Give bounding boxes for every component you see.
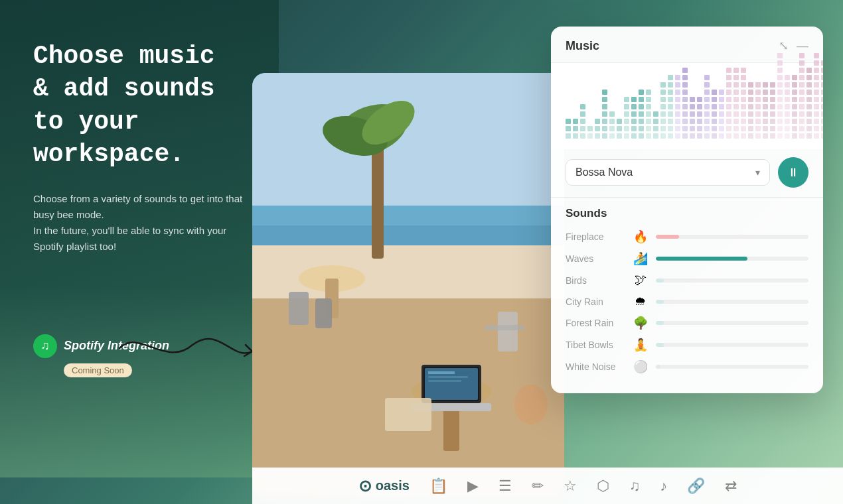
pixel-cell <box>748 97 753 102</box>
pixel-cell <box>624 119 629 124</box>
toolbar-icon-star[interactable]: ☆ <box>564 477 577 495</box>
pixel-cell <box>660 111 666 117</box>
sound-emoji: 🏄 <box>632 251 649 266</box>
pixel-cell <box>719 111 724 117</box>
pixel-cell <box>741 104 746 109</box>
pixel-cell <box>814 60 819 66</box>
pixel-cell <box>814 97 819 102</box>
pixel-cell <box>806 104 812 109</box>
sound-slider-track[interactable] <box>656 321 808 325</box>
pixel-cell <box>726 111 731 117</box>
brand-name: oasis <box>376 478 410 493</box>
sound-row: City Rain🌧 <box>566 294 808 308</box>
sound-slider-track[interactable] <box>656 300 808 304</box>
pixel-cell <box>748 119 753 124</box>
sound-slider-track[interactable] <box>656 235 808 239</box>
pixel-cell <box>755 97 761 102</box>
pixel-cell <box>617 119 622 124</box>
pixel-cell <box>763 126 768 131</box>
pixel-cell <box>748 82 753 88</box>
toolbar-icon-edit[interactable]: ✏ <box>532 477 544 495</box>
pixel-col <box>573 119 578 139</box>
pixel-cell <box>755 104 761 109</box>
pixel-cell <box>741 68 746 73</box>
pixel-cell <box>653 119 658 124</box>
pixel-cell <box>814 75 819 80</box>
pixel-cell <box>682 104 688 109</box>
toolbar-icon-play[interactable]: ▶ <box>467 477 479 495</box>
pixel-cell <box>733 133 739 139</box>
sound-name: Forest Rain <box>566 318 625 328</box>
pixel-cell <box>785 119 790 124</box>
pixel-cell <box>719 133 724 139</box>
sound-emoji: 🧘 <box>632 338 649 352</box>
pixel-cell <box>609 126 615 131</box>
pixel-col <box>690 97 695 139</box>
pixel-cell <box>639 126 644 131</box>
pixel-cell <box>719 97 724 102</box>
play-pause-button[interactable]: ⏸ <box>778 157 808 188</box>
pixel-cell <box>777 97 783 102</box>
sounds-list: Fireplace🔥Waves🏄Birds🕊City Rain🌧Forest R… <box>566 229 808 374</box>
pixel-cell <box>792 119 797 124</box>
sound-slider-track[interactable] <box>656 365 808 369</box>
pixel-cell <box>726 82 731 88</box>
toolbar-icon-copy[interactable]: 📋 <box>429 477 447 495</box>
pixel-cell <box>799 119 805 124</box>
pixel-cell <box>660 97 666 102</box>
pixel-cell <box>741 90 746 95</box>
pixel-cell <box>704 75 710 80</box>
pixel-col <box>814 53 819 139</box>
genre-dropdown[interactable]: Bossa Nova ▾ <box>566 159 770 186</box>
sound-slider-fill <box>656 257 747 261</box>
pixel-cell <box>712 126 717 131</box>
pixel-cell <box>602 133 607 139</box>
sound-row: Fireplace🔥 <box>566 229 808 244</box>
pixel-cell <box>785 104 790 109</box>
pixel-cell <box>675 82 680 88</box>
pixel-cell <box>646 126 651 131</box>
pixel-cell <box>595 133 600 139</box>
pixel-cell <box>770 133 775 139</box>
sound-name: Fireplace <box>566 231 625 242</box>
pixel-cell <box>755 82 761 88</box>
pixel-cell <box>799 97 805 102</box>
pixel-cell <box>566 119 571 124</box>
pixel-cell <box>690 97 695 102</box>
sound-slider-track[interactable] <box>656 343 808 347</box>
toolbar-icon-music[interactable]: ♫ <box>629 477 641 495</box>
pixel-cell <box>821 111 823 117</box>
toolbar-icon-link[interactable]: 🔗 <box>687 477 705 495</box>
collapse-button[interactable]: ⤡ <box>779 38 789 53</box>
pixel-cell <box>573 126 578 131</box>
pixel-cell <box>668 82 673 88</box>
pixel-cell <box>595 119 600 124</box>
pixel-cell <box>617 126 622 131</box>
pixel-cell <box>602 119 607 124</box>
toolbar-icon-shuffle[interactable]: ⇄ <box>725 477 737 495</box>
pixel-cell <box>763 111 768 117</box>
pixel-cell <box>690 126 695 131</box>
pixel-cell <box>704 126 710 131</box>
pixel-col <box>697 97 702 139</box>
sound-row: Waves🏄 <box>566 251 808 266</box>
spotify-icon: ♫ <box>33 334 57 358</box>
minimize-button[interactable]: — <box>797 39 808 53</box>
sound-slider-track[interactable] <box>656 279 808 283</box>
svg-rect-14 <box>315 298 332 328</box>
pixel-cell <box>697 126 702 131</box>
toolbar-icon-spotify[interactable]: ♪ <box>660 477 667 495</box>
sounds-section: Sounds Fireplace🔥Waves🏄Birds🕊City Rain🌧F… <box>551 198 823 393</box>
pixel-col <box>668 75 673 139</box>
pixel-cell <box>668 104 673 109</box>
pixel-cell <box>675 126 680 131</box>
pixel-col <box>785 75 790 139</box>
toolbar-icon-menu[interactable]: ☰ <box>498 477 512 495</box>
pixel-cell <box>814 82 819 88</box>
toolbar-icon-layers[interactable]: ⬡ <box>597 477 609 495</box>
pixel-cell <box>741 82 746 88</box>
pixel-cell <box>792 104 797 109</box>
pixel-cell <box>763 133 768 139</box>
sound-slider-track[interactable] <box>656 257 808 261</box>
sound-name: Tibet Bowls <box>566 340 625 350</box>
